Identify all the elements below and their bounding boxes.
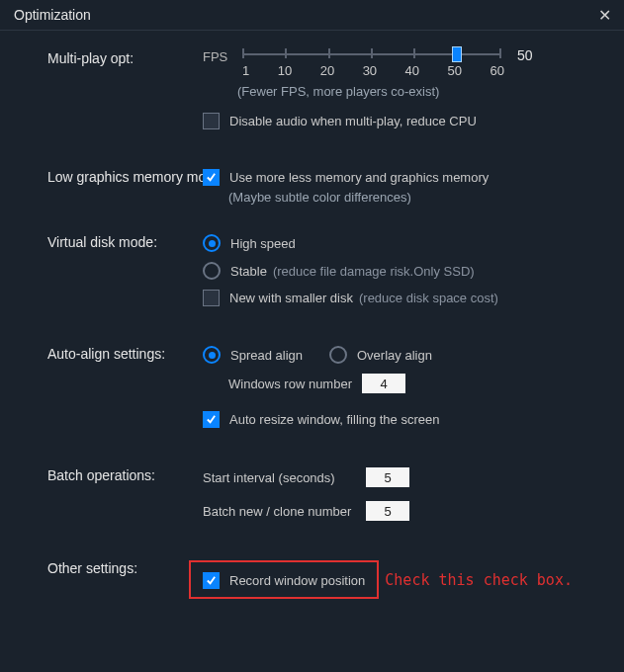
record-position-label: Record window position	[229, 573, 365, 588]
align-overlay-radio[interactable]	[329, 346, 347, 364]
section-other: Other settings: Record window position C…	[0, 560, 614, 599]
start-interval-input[interactable]	[366, 467, 409, 487]
lowgfx-label: Low graphics memory mode:	[0, 169, 203, 205]
tick-label: 30	[363, 63, 377, 78]
start-interval-label: Start interval (seconds)	[203, 470, 356, 485]
multiplay-label: Multi-play opt:	[0, 50, 203, 139]
tick-label: 60	[490, 63, 503, 78]
align-spread-label: Spread align	[230, 348, 329, 363]
windows-row-label: Windows row number	[228, 377, 352, 391]
auto-resize-label: Auto resize window, filling the screen	[229, 412, 439, 427]
vdisk-highspeed-radio[interactable]	[203, 234, 221, 252]
section-batch: Batch operations: Start interval (second…	[0, 467, 614, 531]
vdisk-stable-hint: (reduce file damage risk.Only SSD)	[273, 264, 475, 279]
windows-row-input[interactable]	[362, 374, 405, 393]
close-icon[interactable]: ✕	[594, 6, 614, 25]
vdisk-highspeed-label: High speed	[230, 236, 296, 251]
content: Multi-play opt: FPS 1 10	[0, 31, 624, 638]
vdisk-newsmaller-label: New with smaller disk	[229, 291, 353, 305]
section-vdisk: Virtual disk mode: High speed Stable (re…	[0, 234, 614, 316]
fps-slider[interactable]: 1 10 20 30 40 50 60	[242, 47, 499, 78]
auto-resize-checkbox[interactable]	[203, 411, 220, 428]
vdisk-label: Virtual disk mode:	[0, 234, 203, 316]
section-lowgfx: Low graphics memory mode: Use more less …	[0, 169, 614, 205]
align-overlay-label: Overlay align	[357, 348, 432, 363]
annotation-text: Check this check box.	[385, 571, 573, 589]
disable-audio-label: Disable audio when multi-play, reduce CP…	[229, 114, 477, 128]
tick-label: 20	[320, 63, 334, 78]
vdisk-stable-radio[interactable]	[203, 262, 221, 280]
section-align: Auto-align settings: Spread align Overla…	[0, 346, 614, 438]
section-multiplay: Multi-play opt: FPS 1 10	[0, 50, 614, 139]
lowgfx-hint: (Maybe subtle color differences)	[228, 190, 614, 205]
fps-label: FPS	[203, 47, 242, 64]
tick-label: 1	[242, 63, 249, 78]
fps-hint: (Fewer FPS, more players co-exist)	[237, 84, 614, 99]
lowgfx-check-label: Use more less memory and graphics memory	[229, 170, 489, 185]
clone-number-label: Batch new / clone number	[203, 504, 356, 519]
other-label: Other settings:	[0, 560, 203, 599]
batch-label: Batch operations:	[0, 467, 203, 531]
highlight-box: Record window position	[189, 560, 379, 599]
tick-label: 50	[448, 63, 462, 78]
vdisk-newsmaller-hint: (reduce disk space cost)	[359, 291, 498, 305]
tick-label: 10	[278, 63, 292, 78]
fps-current-value: 50	[517, 47, 533, 63]
tick-label: 40	[405, 63, 419, 78]
lowgfx-checkbox[interactable]	[203, 169, 220, 186]
disable-audio-checkbox[interactable]	[203, 113, 220, 129]
window-title: Optimization	[14, 7, 91, 23]
vdisk-stable-label: Stable	[230, 264, 267, 279]
vdisk-newsmaller-checkbox[interactable]	[203, 290, 220, 306]
titlebar: Optimization ✕	[0, 0, 624, 31]
align-label: Auto-align settings:	[0, 346, 203, 438]
record-position-checkbox[interactable]	[203, 572, 220, 589]
align-spread-radio[interactable]	[203, 346, 221, 364]
clone-number-input[interactable]	[366, 501, 409, 521]
